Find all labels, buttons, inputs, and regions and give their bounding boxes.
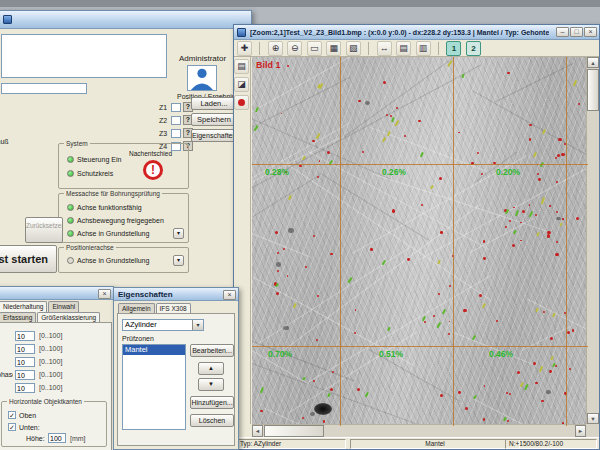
- streak-marker: [387, 131, 390, 136]
- move-up-button[interactable]: ▲: [198, 362, 224, 375]
- params-window-titlebar[interactable]: ×: [0, 287, 113, 300]
- zoom-in-icon[interactable]: ⊕: [268, 41, 283, 56]
- measure-icon[interactable]: ↔: [377, 41, 392, 56]
- param-input[interactable]: [15, 357, 35, 367]
- pore-marker-red: [390, 115, 392, 117]
- streak-marker: [533, 151, 536, 156]
- copy-icon[interactable]: ▧: [346, 41, 361, 56]
- eigenschaften-close-icon[interactable]: ×: [223, 290, 236, 300]
- pore-marker-red: [319, 160, 321, 162]
- pore-marker-red: [561, 153, 564, 156]
- achsbewegung-led-radio[interactable]: [67, 217, 74, 224]
- save-button[interactable]: Speichern: [191, 113, 237, 126]
- add-button[interactable]: Hinzufügen...: [190, 396, 234, 409]
- scroll-right-icon[interactable]: ►: [575, 425, 586, 437]
- grid-icon[interactable]: ▤: [396, 41, 411, 56]
- zoom-out-icon[interactable]: ⊖: [287, 41, 302, 56]
- save-icon[interactable]: ▦: [326, 41, 341, 56]
- scroll-down-icon[interactable]: ▼: [587, 413, 599, 424]
- move-down-button[interactable]: ▼: [198, 378, 224, 391]
- steuerung-label: Steuerung Ein: [77, 156, 121, 164]
- nachentschied-warning-icon[interactable]: !: [143, 160, 163, 180]
- minimize-icon[interactable]: –: [556, 27, 569, 37]
- param-input[interactable]: [15, 344, 35, 354]
- scroll-up-icon[interactable]: ▲: [587, 57, 599, 68]
- maximize-icon[interactable]: □: [570, 27, 583, 37]
- image-icon[interactable]: ▤: [234, 59, 249, 74]
- params-tab-row-1: Niederhaltung Einwahl: [0, 301, 79, 312]
- overlay-icon[interactable]: ◪: [234, 77, 249, 92]
- unten-checkbox[interactable]: ✓: [8, 423, 16, 431]
- close-icon[interactable]: ×: [584, 27, 597, 37]
- steuerung-led-radio[interactable]: [67, 156, 74, 163]
- zone-grid-line: [252, 346, 588, 347]
- pore-marker-red: [496, 320, 498, 322]
- pore-marker-red: [458, 391, 461, 394]
- image-window-titlebar[interactable]: [Zoom:2,1]Test_V2_Z3_Bild1.bmp : (x:0.0 …: [234, 25, 599, 40]
- pore-marker-red: [507, 420, 509, 422]
- image-2-toggle[interactable]: 2: [466, 41, 481, 56]
- positionier-grundstellung-led-radio[interactable]: [67, 257, 74, 264]
- start-button[interactable]: Test starten: [0, 245, 57, 273]
- scroll-left-icon[interactable]: ◄: [252, 425, 263, 437]
- streak-marker: [430, 185, 433, 189]
- pore-marker-red: [305, 266, 307, 268]
- params-close-icon[interactable]: ×: [98, 289, 111, 299]
- pore-marker-red: [281, 113, 283, 115]
- zone-grid-line: [566, 57, 567, 426]
- param-input[interactable]: [15, 383, 35, 393]
- edit-button[interactable]: Bearbeiten...: [190, 344, 234, 357]
- streak-marker: [420, 152, 423, 157]
- achse-funktion-led-radio[interactable]: [67, 204, 74, 211]
- streak-marker: [541, 129, 545, 134]
- load-button[interactable]: Laden...: [191, 97, 237, 110]
- vertical-scroll-thumb[interactable]: [587, 69, 599, 111]
- main-window-content: Administrator Position / Ergebnis Z1 ? Z…: [0, 29, 251, 291]
- list-item-mantel[interactable]: Mantel: [123, 345, 185, 355]
- user-label: Administrator: [179, 55, 226, 63]
- main-window-titlebar[interactable]: [0, 11, 251, 29]
- image-1-toggle[interactable]: 1: [446, 41, 461, 56]
- pore-marker-red: [458, 132, 460, 134]
- pan-icon[interactable]: ✚: [237, 41, 252, 56]
- user-avatar: [187, 65, 217, 91]
- pore-marker-red: [327, 151, 330, 154]
- param-input[interactable]: [15, 331, 35, 341]
- tab-einwahl[interactable]: Einwahl: [48, 301, 79, 312]
- pruefzonen-listbox[interactable]: Mantel: [122, 344, 186, 430]
- oben-label: Oben: [19, 412, 36, 420]
- reset-button[interactable]: Zurücksetzen: [25, 217, 63, 243]
- desktop-top-strip: [0, 0, 600, 7]
- pruefgruppe-combobox[interactable]: AZylinder ▾: [122, 319, 204, 331]
- horizontal-scrollbar[interactable]: ◄ ►: [252, 424, 586, 437]
- chevron-down-icon[interactable]: ▾: [192, 320, 203, 330]
- horizontal-scroll-thumb[interactable]: [264, 425, 324, 437]
- zoom-fit-icon[interactable]: ▭: [307, 41, 322, 56]
- schutzkreis-led-radio[interactable]: [67, 170, 74, 177]
- pore-marker-red: [520, 222, 522, 224]
- pore-marker-red: [549, 205, 551, 207]
- grundstellung-led-radio[interactable]: [67, 230, 74, 237]
- positionierachse-group: Positionierachse Achse in Grundstellung …: [58, 247, 189, 273]
- surface-canvas[interactable]: Bild 1 0.28% 0.26% 0.20% 0.70% 0.51% 0.4…: [252, 57, 588, 426]
- oben-checkbox[interactable]: ✓: [8, 411, 16, 419]
- hoehe-input[interactable]: [48, 433, 66, 443]
- tab-niederhaltung[interactable]: Niederhaltung: [0, 301, 47, 312]
- pore-marker-red: [465, 407, 468, 410]
- layers-icon[interactable]: ▥: [416, 41, 431, 56]
- delete-button[interactable]: Löschen: [190, 414, 234, 427]
- main-window: Administrator Position / Ergebnis Z1 ? Z…: [0, 10, 252, 292]
- vertical-scrollbar[interactable]: ▲ ▼: [586, 57, 599, 424]
- positionier-button[interactable]: ▾: [173, 255, 184, 266]
- record-button[interactable]: [234, 95, 249, 110]
- pore-marker-red: [277, 270, 280, 273]
- pore-marker-red: [440, 231, 443, 234]
- grundstellung-button[interactable]: ▾: [173, 228, 184, 239]
- streak-marker: [388, 327, 391, 331]
- streak-marker: [275, 283, 278, 287]
- properties-button[interactable]: Eigenschaften...: [191, 129, 237, 142]
- eigenschaften-titlebar[interactable]: Eigenschaften ×: [114, 288, 238, 301]
- pore-marker-red: [439, 177, 442, 180]
- bild-label: Bild 1: [256, 60, 281, 70]
- param-input[interactable]: [15, 370, 35, 380]
